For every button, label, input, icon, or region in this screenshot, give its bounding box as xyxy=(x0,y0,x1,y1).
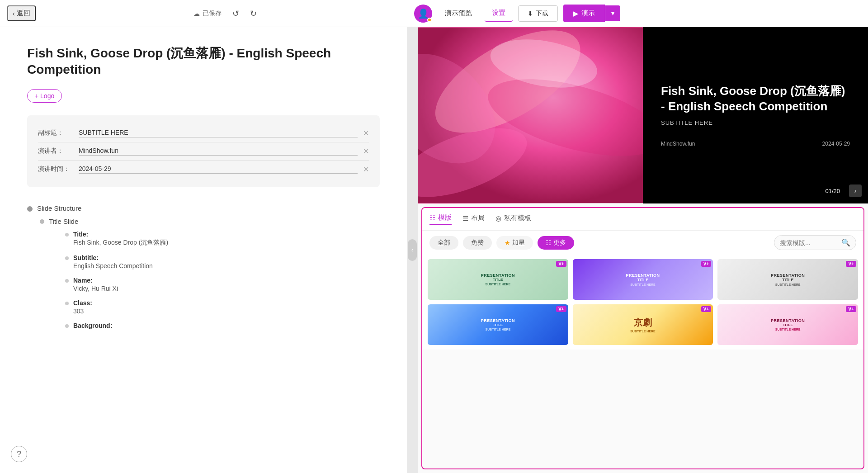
tab-templates[interactable]: ☷ 模版 xyxy=(429,213,452,225)
settings-button[interactable]: 设置 xyxy=(485,5,513,22)
field-value-presenter[interactable]: MindShow.fun xyxy=(79,147,358,156)
field-value-date[interactable]: 2024-05-29 xyxy=(79,165,358,174)
slide-footer-left: MindShow.fun xyxy=(661,141,695,147)
help-button[interactable]: ? xyxy=(11,446,27,462)
structure-entries: Title: Fish Sink, Goose Drop (沉鱼落雁) Subt… xyxy=(40,228,380,332)
filter-free[interactable]: 免费 xyxy=(463,236,492,250)
slide-next-button[interactable]: › xyxy=(849,184,862,197)
vip-badge-3: V+ xyxy=(846,261,856,267)
field-close-presenter[interactable]: ✕ xyxy=(363,147,369,156)
structure-title-slide: Title Slide xyxy=(40,215,380,228)
present-btn-wrap: ▶ 演示 ▼ xyxy=(563,5,620,22)
saved-label: 已保存 xyxy=(203,9,222,18)
template-card-4[interactable]: PRESENTATION TITLE SUBTITLE HERE V+ xyxy=(428,304,568,345)
filter-star[interactable]: ★ 加星 xyxy=(496,236,533,250)
vip-badge-2: V+ xyxy=(701,261,712,267)
present-button[interactable]: ▶ 演示 xyxy=(563,5,605,22)
template-card-1[interactable]: PRESENTATION TITLE SUBTITLE HERE V+ xyxy=(428,259,568,300)
tab-templates-icon: ☷ xyxy=(429,214,435,222)
structure-sub: Title Slide Title: Fish Sink, Goose Drop… xyxy=(27,215,380,332)
slide-structure: Slide Structure Title Slide Title: Fish … xyxy=(27,202,380,332)
entry-name-key: Name: xyxy=(73,277,118,284)
logo-button[interactable]: + Logo xyxy=(27,89,62,103)
entry-class-bullet xyxy=(65,302,69,305)
topbar-center: ☁ 已保存 ↺ ↻ xyxy=(39,7,414,20)
template-card-5[interactable]: 京劇 SUBTITLE HERE V+ xyxy=(573,304,713,345)
redo-button[interactable]: ↻ xyxy=(246,7,260,20)
panel-toggle[interactable]: ‹ xyxy=(407,27,418,473)
field-value-subtitle[interactable]: SUBTITLE HERE xyxy=(79,129,358,137)
project-title: Fish Sink, Goose Drop (沉鱼落雁) - English S… xyxy=(27,45,380,78)
entry-subtitle-key: Subtitle: xyxy=(73,254,153,261)
slide-title: Fish Sink, Goose Drop (沉鱼落雁) - English S… xyxy=(661,84,850,114)
topbar: ‹ 返回 ☁ 已保存 ↺ ↻ 👤 演示预览 设置 ⬇ 下载 ▶ xyxy=(0,0,868,27)
field-label-subtitle: 副标题： xyxy=(38,129,79,137)
present-dropdown-button[interactable]: ▼ xyxy=(605,5,620,21)
entry-title-key: Title: xyxy=(73,231,168,238)
field-close-subtitle[interactable]: ✕ xyxy=(363,129,369,137)
avatar-dot xyxy=(427,18,432,22)
slide-swirl-svg xyxy=(418,27,643,203)
entry-title-bullet xyxy=(65,233,69,236)
tab-private-label: 私有模板 xyxy=(504,214,531,222)
filter-all[interactable]: 全部 xyxy=(429,236,458,250)
entry-subtitle-val: English Speech Competition xyxy=(73,262,153,270)
slide-page: 01/20 xyxy=(820,186,845,196)
slide-nav: 01/20 › xyxy=(820,184,862,197)
entry-subtitle-bullet xyxy=(65,256,69,260)
search-input[interactable] xyxy=(780,239,839,246)
filter-more-label: 更多 xyxy=(553,239,566,247)
slide-content: Fish Sink, Goose Drop (沉鱼落雁) - English S… xyxy=(643,27,868,203)
tab-layout[interactable]: ☰ 布局 xyxy=(462,214,485,224)
template-grid: PRESENTATION TITLE SUBTITLE HERE V+ PRES… xyxy=(422,255,863,350)
slide-preview: Fish Sink, Goose Drop (沉鱼落雁) - English S… xyxy=(418,27,868,203)
main-content: Fish Sink, Goose Drop (沉鱼落雁) - English S… xyxy=(0,27,868,473)
filter-more[interactable]: ☷ 更多 xyxy=(538,236,574,250)
present-label: 演示 xyxy=(581,9,595,18)
entry-name-val: Vicky, Hu Rui Xi xyxy=(73,285,118,292)
saved-status: ☁ 已保存 xyxy=(193,9,222,18)
undo-redo-group: ↺ ↻ xyxy=(229,7,260,20)
entry-class-val: 303 xyxy=(73,307,92,315)
fields-box: 副标题： SUBTITLE HERE ✕ 演讲者： MindShow.fun ✕… xyxy=(27,115,380,187)
field-close-date[interactable]: ✕ xyxy=(363,165,369,174)
slide-footer-right: 2024-05-29 xyxy=(822,141,850,147)
entry-background-bullet xyxy=(65,324,69,328)
download-label: 下载 xyxy=(536,9,548,18)
right-panel: Fish Sink, Goose Drop (沉鱼落雁) - English S… xyxy=(418,27,868,473)
search-icon: 🔍 xyxy=(841,238,850,247)
template-card-3[interactable]: PRESENTATION TITLE SUBTITLE HERE V+ xyxy=(717,259,858,300)
back-button[interactable]: ‹ 返回 xyxy=(7,5,36,21)
panel-toggle-inner: ‹ xyxy=(408,239,417,261)
more-icon: ☷ xyxy=(546,239,552,246)
entry-name-bullet xyxy=(65,279,69,283)
structure-root-label: Slide Structure xyxy=(37,204,81,212)
download-button[interactable]: ⬇ 下载 xyxy=(518,5,558,22)
field-label-presenter: 演讲者： xyxy=(38,147,79,155)
title-slide-label: Title Slide xyxy=(49,218,78,225)
avatar-icon: 👤 xyxy=(418,8,429,19)
entry-title: Title: Fish Sink, Goose Drop (沉鱼落雁) xyxy=(65,228,380,250)
vip-badge-4: V+ xyxy=(556,306,566,312)
star-icon: ★ xyxy=(505,239,510,246)
preview-button[interactable]: 演示预览 xyxy=(438,5,479,21)
topbar-right: 👤 演示预览 设置 ⬇ 下载 ▶ 演示 ▼ xyxy=(414,5,620,23)
tab-private[interactable]: ◎ 私有模板 xyxy=(495,214,531,224)
filter-row: 全部 免费 ★ 加星 ☷ 更多 🔍 xyxy=(422,231,863,255)
structure-root-bullet xyxy=(27,206,33,212)
search-box: 🔍 xyxy=(774,235,856,250)
undo-button[interactable]: ↺ xyxy=(229,7,243,20)
vip-badge-1: V+ xyxy=(556,261,566,267)
vip-badge-6: V+ xyxy=(846,306,856,312)
tab-templates-label: 模版 xyxy=(438,213,452,222)
tab-layout-icon: ☰ xyxy=(462,214,468,222)
filter-star-label: 加星 xyxy=(512,239,525,247)
cloud-icon: ☁ xyxy=(193,10,200,17)
field-row-date: 演讲时间： 2024-05-29 ✕ xyxy=(38,161,369,178)
back-arrow-icon: ‹ xyxy=(13,9,15,17)
template-card-6[interactable]: PRESENTATION TITLE SUBTITLE HERE V+ xyxy=(717,304,858,345)
title-slide-bullet xyxy=(40,219,44,224)
template-card-2[interactable]: PRESENTATION TITLE SUBTITLE HERE V+ xyxy=(573,259,713,300)
avatar[interactable]: 👤 xyxy=(414,5,432,23)
back-label: 返回 xyxy=(17,9,30,18)
